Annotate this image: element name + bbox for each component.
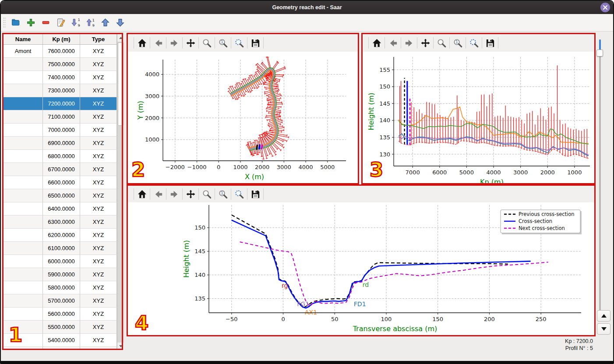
table-row[interactable]: 7100.0000XYZ [4, 110, 117, 124]
toolbar-separator [263, 188, 264, 200]
cross-section-canvas[interactable]: rgFG1AX1FD1rd−50050100150200250135140145… [128, 202, 596, 335]
profile-slider-thumb[interactable] [596, 49, 603, 57]
zoom-button[interactable] [435, 36, 448, 49]
forward-button[interactable] [168, 36, 181, 49]
table-row[interactable]: 6700.0000XYZ [4, 163, 117, 176]
table-cell: 6800.0000 [43, 150, 80, 163]
move-down-button[interactable] [114, 17, 126, 29]
save-icon [485, 38, 495, 48]
pan-button[interactable] [184, 36, 197, 49]
zoom-extent-button[interactable] [233, 187, 246, 201]
table-row[interactable]: 6000.0000XYZ [4, 255, 117, 268]
table-cell [4, 347, 43, 350]
table-row[interactable]: 6900.0000XYZ [4, 137, 117, 150]
table-cell: 7100.0000 [43, 110, 80, 124]
open-reach-button[interactable] [10, 17, 21, 29]
back-button[interactable] [386, 36, 399, 49]
back-button[interactable] [152, 187, 165, 201]
table-header: NameKp (m)Type [4, 34, 117, 45]
status-readout: Kp : 7200.0 Profil N° : 5 [565, 338, 593, 352]
svg-text:3000: 3000 [145, 93, 159, 99]
save-button[interactable] [483, 36, 497, 49]
table-cell: 7000.0000 [43, 124, 80, 137]
table-cell: 7600.0000 [43, 45, 80, 58]
column-header-type[interactable]: Type [80, 34, 117, 44]
zoom-one-button[interactable]: 1 [216, 36, 229, 49]
zoom-one-button[interactable]: 1 [216, 187, 229, 201]
toolbar-separator [449, 37, 450, 49]
save-button[interactable] [249, 36, 262, 49]
svg-text:3000: 3000 [277, 164, 291, 170]
svg-text:145: 145 [379, 100, 390, 107]
zoom-extent-button[interactable] [467, 36, 480, 49]
svg-text:4000: 4000 [145, 71, 159, 78]
y-axis-label: Height (m) [367, 92, 375, 130]
titlebar[interactable]: Geometry reach edit - Saar [1, 1, 613, 14]
scrollbar-thumb[interactable] [118, 42, 124, 126]
table-row[interactable]: 5900.0000XYZ [4, 268, 117, 281]
toolbar-grip[interactable] [3, 17, 6, 28]
zoom-button[interactable] [200, 36, 213, 49]
table-row[interactable]: 7200.0000XYZ [4, 97, 117, 110]
pan-button[interactable] [184, 187, 197, 201]
table-row[interactable]: 5800.0000XYZ [4, 281, 117, 294]
profile-down-button[interactable] [597, 323, 610, 335]
home-button[interactable] [370, 36, 383, 49]
sort-descending-button[interactable]: 19 [70, 17, 81, 29]
table-scrollbar[interactable] [117, 34, 124, 350]
plan-view-canvas[interactable]: −2000−1000010002000300040005000100020003… [128, 52, 359, 184]
home-button[interactable] [135, 36, 148, 49]
svg-text:135: 135 [379, 134, 390, 141]
zoom-button[interactable] [200, 187, 213, 201]
sort-ascending-button[interactable]: 19 [85, 17, 96, 29]
toolbar-separator [385, 37, 385, 49]
table-cell: XYZ [80, 229, 117, 242]
toolbar-separator [498, 37, 498, 49]
scroll-up-button[interactable] [117, 34, 124, 42]
table-row[interactable]: 7400.0000XYZ [4, 71, 117, 84]
add-profile-button[interactable] [25, 17, 36, 29]
long-profile-canvas[interactable]: 7000600050004000300020001000130135140145… [363, 52, 596, 184]
save-button[interactable] [249, 187, 262, 201]
table-row[interactable]: 7000.0000XYZ [4, 124, 117, 137]
table-cell: XYZ [80, 321, 117, 334]
table-cell [4, 150, 43, 163]
remove-profile-button[interactable] [40, 17, 51, 29]
plot-background [363, 52, 596, 184]
table-row[interactable]: 7500.0000XYZ [4, 58, 117, 71]
plan-figure: −2000−1000010002000300040005000100020003… [128, 52, 359, 184]
table-row[interactable]: 7300.0000XYZ [4, 84, 117, 97]
forward-button[interactable] [402, 36, 416, 49]
profile-up-button[interactable] [597, 310, 610, 322]
annotation-number-1: 1 [9, 325, 22, 345]
forward-button[interactable] [168, 187, 181, 201]
scroll-down-button[interactable] [117, 343, 124, 350]
toolbar-separator [166, 188, 166, 200]
back-button[interactable] [152, 36, 165, 49]
move-up-button[interactable] [99, 17, 111, 29]
home-button[interactable] [135, 187, 148, 201]
forward-icon [404, 38, 414, 48]
table-row[interactable]: 5700.0000XYZ [4, 294, 117, 307]
table-row[interactable]: Amont7600.0000XYZ [4, 45, 117, 58]
table-row[interactable]: 6600.0000XYZ [4, 176, 117, 189]
table-row-partial[interactable] [4, 347, 117, 350]
zoom-extent-button[interactable] [233, 36, 246, 49]
zoom-one-button[interactable]: 1 [451, 36, 464, 49]
zoom-icon [437, 38, 447, 48]
close-button[interactable] [600, 3, 610, 12]
profile-slider[interactable] [599, 39, 601, 312]
pan-button[interactable] [419, 36, 432, 49]
table-row[interactable]: 6200.0000XYZ [4, 229, 117, 242]
table-row[interactable]: 5600.0000XYZ [4, 307, 117, 321]
section-toolbar: 1 [128, 186, 596, 202]
table-cell: XYZ [80, 176, 117, 189]
column-header-name[interactable]: Name [4, 34, 43, 44]
table-row[interactable]: 6300.0000XYZ [4, 216, 117, 229]
table-row[interactable]: 6500.0000XYZ [4, 189, 117, 202]
table-row[interactable]: 6800.0000XYZ [4, 150, 117, 163]
column-header-kp-m[interactable]: Kp (m) [43, 34, 80, 44]
table-row[interactable]: 6400.0000XYZ [4, 202, 117, 216]
edit-profile-button[interactable] [55, 17, 66, 29]
table-row[interactable]: 6100.0000XYZ [4, 242, 117, 255]
